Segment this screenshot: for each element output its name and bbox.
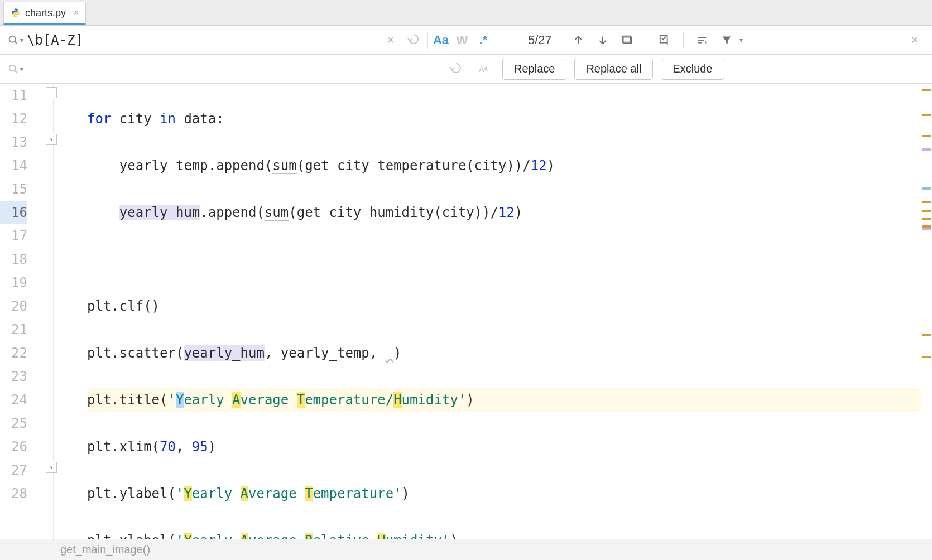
marker-strip[interactable] (921, 84, 932, 539)
select-all-occurrences-button[interactable] (617, 31, 638, 50)
svg-text:I: I (705, 40, 707, 45)
error-stripe-marker[interactable] (922, 356, 931, 358)
svg-point-2 (9, 36, 16, 42)
close-find-bar-icon[interactable]: × (905, 33, 924, 47)
clear-search-icon[interactable]: × (381, 33, 401, 47)
line-number[interactable]: 18 (0, 248, 27, 271)
tab-bar: charts.py × (0, 0, 932, 26)
line-number[interactable]: 19 (0, 271, 27, 295)
line-number[interactable]: 24 (0, 388, 27, 412)
next-match-button[interactable] (592, 31, 613, 50)
search-history-icon[interactable] (401, 32, 425, 47)
error-stripe-marker[interactable] (922, 334, 931, 336)
line-number[interactable]: 20 (0, 295, 27, 318)
tab-close-icon[interactable]: × (74, 8, 79, 18)
tab-filename: charts.py (25, 7, 66, 19)
line-number[interactable]: 12 (0, 107, 27, 131)
separator (683, 32, 684, 48)
svg-point-0 (14, 9, 15, 11)
line-number[interactable]: 23 (0, 365, 27, 388)
gutter: − ▾ ▾ 11 12 13 14 15 16 17 18 19 20 21 2… (0, 84, 54, 539)
select-in-editor-button[interactable]: II (654, 31, 675, 50)
error-stripe-marker[interactable] (922, 201, 931, 203)
filter-icon[interactable] (716, 31, 737, 50)
prev-match-button[interactable] (568, 31, 589, 50)
svg-text:II: II (666, 41, 669, 46)
svg-point-1 (17, 16, 18, 17)
error-stripe-marker[interactable] (922, 89, 931, 91)
separator (427, 32, 428, 49)
match-count: 5/27 (528, 33, 552, 47)
regex-toggle[interactable]: .* (473, 31, 494, 50)
line-number[interactable]: 14 (0, 154, 27, 177)
replace-history-icon[interactable] (443, 61, 468, 76)
code-area[interactable]: for city in data: yearly_temp.append(sum… (54, 84, 921, 539)
replace-all-button[interactable]: Replace all (574, 59, 653, 80)
line-number[interactable]: 27 (0, 458, 27, 482)
replace-input[interactable] (23, 59, 443, 79)
exclude-button[interactable]: Exclude (661, 59, 724, 80)
breadcrumb-item[interactable]: get_main_image() (60, 543, 150, 556)
find-bar: ▾ × Aa W .* 5/27 II I ▾ × (0, 26, 932, 55)
replace-icon[interactable] (6, 61, 21, 77)
line-number[interactable]: 13 (0, 131, 27, 154)
line-number[interactable]: 17 (0, 224, 27, 248)
line-number[interactable]: 15 (0, 177, 27, 201)
replace-button[interactable]: Replace (502, 59, 566, 80)
search-input[interactable] (23, 30, 381, 50)
line-number[interactable]: 21 (0, 318, 27, 341)
line-number[interactable]: 22 (0, 341, 27, 365)
line-number[interactable]: 16 (0, 201, 27, 224)
error-stripe-marker[interactable] (922, 228, 931, 230)
svg-line-3 (15, 41, 18, 44)
breadcrumb[interactable]: get_main_image() (0, 539, 932, 560)
line-number[interactable]: 28 (0, 482, 27, 505)
separator (470, 61, 470, 78)
whole-words-toggle[interactable]: W (451, 31, 473, 50)
line-number[interactable]: 26 (0, 435, 27, 458)
replace-bar: ▾ AA Replace Replace all Exclude (0, 55, 932, 84)
error-stripe-marker[interactable] (922, 114, 931, 116)
separator (646, 32, 646, 48)
editor-tab[interactable]: charts.py × (3, 2, 86, 25)
svg-point-12 (9, 65, 16, 71)
line-number[interactable]: 11 (0, 84, 27, 107)
settings-icon[interactable]: I (691, 31, 713, 50)
filter-chevron-icon[interactable]: ▾ (739, 36, 743, 44)
svg-line-13 (15, 70, 18, 73)
python-file-icon (11, 8, 21, 18)
line-number[interactable]: 25 (0, 412, 27, 435)
error-stripe-marker[interactable] (922, 218, 931, 220)
error-stripe-marker[interactable] (922, 148, 931, 151)
error-stripe-marker[interactable] (922, 135, 931, 137)
search-icon[interactable] (6, 32, 21, 48)
preserve-case-toggle[interactable]: AA (473, 60, 494, 79)
match-case-toggle[interactable]: Aa (430, 31, 451, 50)
error-stripe-marker[interactable] (922, 187, 931, 190)
error-stripe-marker[interactable] (922, 210, 931, 212)
editor: − ▾ ▾ 11 12 13 14 15 16 17 18 19 20 21 2… (0, 84, 932, 539)
